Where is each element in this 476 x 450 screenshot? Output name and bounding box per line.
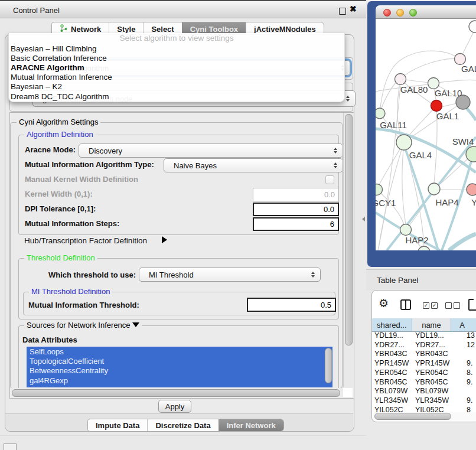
table-panel-title: Table Panel <box>377 276 419 285</box>
splitter-arrow-icon[interactable] <box>362 217 365 221</box>
select-all-icon[interactable]: ✓✓ <box>423 302 438 309</box>
control-panel-bottom-edge <box>0 435 366 436</box>
data-attributes-list[interactable]: SelfLoopsTopologicalCoefficientBetweenne… <box>27 347 332 387</box>
table-row[interactable]: YBR043CYBR043C <box>372 350 476 358</box>
table-cell: YDR27... <box>374 341 405 349</box>
network-window-titlebar[interactable] <box>376 5 476 19</box>
node-label: GAL10 <box>435 88 462 98</box>
network-node[interactable] <box>418 246 430 250</box>
node-label: SWI4 <box>452 136 474 146</box>
table-panel-header: Table Panel <box>366 269 476 291</box>
table-cell: YER054C <box>374 369 407 377</box>
table-cell: YLR345W <box>415 396 449 405</box>
deselect-all-icon[interactable] <box>445 302 460 309</box>
network-view[interactable]: GALGAL80GAL10GAL1GAL11GAL4SWI4GCY1HAP4YH… <box>376 19 476 250</box>
scrollbar-corner <box>343 388 353 397</box>
which-threshold-combo[interactable]: MI Threshold <box>139 268 321 282</box>
network-node-hap4[interactable] <box>428 183 440 195</box>
list-item[interactable]: BetweennessCentrality <box>27 366 332 376</box>
close-traffic-light[interactable] <box>383 9 391 17</box>
sources-title: Sources for Network Inference <box>24 321 142 330</box>
mi-threshold-field[interactable]: 0.5 <box>247 298 336 312</box>
table-row[interactable]: YDL19...YDL19...13 <box>372 331 476 340</box>
mi-type-combo[interactable]: Naive Bayes <box>164 158 343 172</box>
popup-item[interactable]: Bayesian – Hill Climbing <box>11 44 112 53</box>
table-cell: 12 <box>467 341 475 349</box>
list-item[interactable] <box>27 386 332 387</box>
hub-definition-label[interactable]: Hub/Transcription Factor Definition <box>24 236 147 245</box>
popup-item[interactable]: Dream8 DC_TDC Algorithm <box>11 92 112 101</box>
popup-item[interactable]: ARACNE Algorithm <box>11 63 112 72</box>
manual-kernel-checkbox[interactable] <box>325 175 334 184</box>
table-cell: YIL052C <box>415 406 444 412</box>
sources-collapse-icon[interactable] <box>132 322 139 327</box>
mi-steps-field[interactable]: 6 <box>253 217 339 231</box>
table-cell: YER054C <box>415 369 448 377</box>
popup-item[interactable]: Basic Correlation Inference <box>11 53 112 63</box>
popup-placeholder: Select algorithm to view settings <box>9 34 344 43</box>
table-cell: YLR345W <box>374 396 408 405</box>
table-cell: 8. <box>467 369 472 377</box>
node-label: GAL1 <box>436 111 459 121</box>
table-row[interactable]: YLR345WYLR345W9. <box>372 396 476 405</box>
dpi-tolerance-field[interactable]: 0.0 <box>253 203 339 216</box>
zoom-traffic-light[interactable] <box>409 9 417 17</box>
table-row[interactable]: YBL079WYBL079W <box>372 387 476 396</box>
table-h-scrollbar[interactable] <box>373 412 476 420</box>
hub-expand-icon[interactable] <box>162 236 167 243</box>
float-window-icon[interactable] <box>339 8 346 15</box>
network-node[interactable] <box>469 21 476 32</box>
network-node-gal4[interactable] <box>396 135 412 150</box>
new-table-icon[interactable] <box>468 299 476 311</box>
panel-corner-button[interactable] <box>4 444 17 450</box>
aracne-mode-label: Aracne Mode: <box>25 145 76 154</box>
h-scrollbar-thumb[interactable] <box>12 389 340 397</box>
network-node-gal10[interactable] <box>428 78 439 89</box>
minimize-traffic-light[interactable] <box>396 9 404 17</box>
table-row[interactable]: YPR145WYPR145W9. <box>372 359 476 368</box>
table-row[interactable]: YBR045CYBR045C9. <box>372 378 476 387</box>
apply-button[interactable]: Apply <box>158 400 191 413</box>
popup-item[interactable]: Mutual Information Inference <box>11 73 112 82</box>
table-cell: YBL079W <box>374 387 407 395</box>
list-item[interactable]: SelfLoops <box>27 347 332 356</box>
popup-item[interactable]: Bayesian – K2 <box>11 82 112 92</box>
network-node-hap2[interactable] <box>400 224 412 236</box>
columns-icon[interactable] <box>400 299 411 310</box>
table-row[interactable]: YDR27...YDR27...12 <box>372 341 476 350</box>
mi-threshold-label: Mutual Information Threshold: <box>28 301 139 309</box>
mi-type-label: Mutual Information Algorithm Type: <box>25 160 154 169</box>
close-icon[interactable]: ✖ <box>350 4 357 14</box>
table-cell: YBR045C <box>374 378 407 386</box>
list-scrollbar[interactable] <box>325 348 332 383</box>
network-node-gal80[interactable] <box>395 74 406 85</box>
list-item[interactable]: gal4RGexp <box>27 376 332 385</box>
table-cell: YPR145W <box>374 359 409 367</box>
mi-threshold-title: MI Threshold Definition <box>29 288 112 296</box>
network-node-gal11[interactable] <box>376 108 385 119</box>
aracne-mode-combo[interactable]: Discovery <box>79 144 343 158</box>
tab-infer-network[interactable]: Infer Network <box>219 419 283 431</box>
gear-icon[interactable]: ⚙ <box>379 298 389 309</box>
network-node-y[interactable] <box>467 184 476 195</box>
network-node-gal[interactable] <box>455 54 466 65</box>
table-body: YDL19...YDL19...13YDR27...YDR27...12YBR0… <box>372 331 476 412</box>
list-item[interactable]: TopologicalCoefficient <box>27 356 332 366</box>
table-cell: YBR045C <box>415 378 448 386</box>
data-attributes-label: Data Attributes <box>22 335 77 344</box>
node-label: GCY1 <box>376 198 396 208</box>
column-header[interactable]: A <box>451 318 476 331</box>
tab-impute-data[interactable]: Impute Data <box>87 419 147 431</box>
table-h-scrollbar-thumb[interactable] <box>374 413 451 420</box>
column-header[interactable]: name <box>412 318 452 331</box>
kernel-width-field[interactable]: 0.0 <box>253 188 339 201</box>
column-header[interactable]: shared... <box>372 318 412 331</box>
table-row[interactable]: YER054CYER054C8. <box>372 369 476 377</box>
tab-discretize-data[interactable]: Discretize Data <box>147 419 218 431</box>
network-node-gal1[interactable] <box>431 100 442 112</box>
table-cell: YIL052C <box>374 406 403 412</box>
network-nodes <box>376 21 476 250</box>
table-row[interactable]: YIL052CYIL052C8 <box>372 406 476 412</box>
v-scrollbar-thumb[interactable] <box>345 114 353 345</box>
manual-kernel-label: Manual Kernel Width Definition <box>25 175 138 184</box>
